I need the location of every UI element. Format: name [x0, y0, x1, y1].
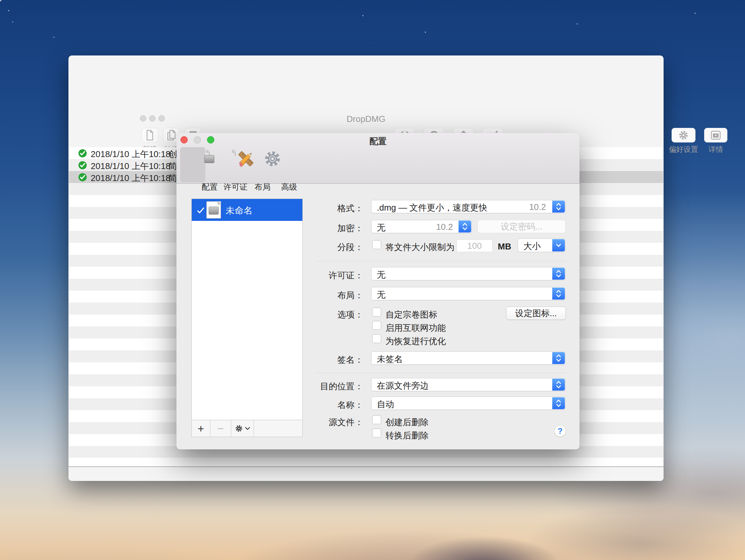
- layout-popup[interactable]: 无: [371, 287, 565, 300]
- tab-label: 高级: [272, 182, 306, 192]
- stepper-cap: [552, 352, 565, 364]
- segments-label: 分段：: [271, 241, 363, 253]
- license-value: 无: [377, 269, 385, 281]
- convert-documents-icon: [166, 130, 177, 141]
- delete-after-create-checkbox[interactable]: [372, 415, 381, 424]
- internet-enable-checkbox-label[interactable]: 启用互联网功能: [385, 322, 446, 334]
- chevron-up-down-icon: [462, 222, 468, 231]
- chevron-up-down-icon: [556, 269, 561, 278]
- log-time: 2018/1/10 上午10:18: [91, 172, 170, 184]
- custom-icon-checkbox-label[interactable]: 自定宗卷图标: [385, 309, 437, 321]
- chevron-up-down-icon: [556, 399, 561, 408]
- configuration-dialog: 配置 配置 许可证: [176, 133, 580, 450]
- disk-image-doc-icon: [206, 201, 221, 219]
- set-icon-button[interactable]: 设定图标...: [506, 306, 566, 320]
- delete-after-convert-checkbox[interactable]: [372, 428, 381, 437]
- encryption-version: 10.2: [436, 222, 453, 232]
- remove-profile-button[interactable]: −: [210, 420, 231, 437]
- destination-label: 目的位置：: [271, 381, 363, 392]
- segment-mode-value: 大小: [523, 240, 541, 252]
- plus-icon: +: [198, 422, 204, 435]
- details-window-icon: [710, 130, 721, 140]
- set-password-button[interactable]: 设定密码...: [478, 220, 565, 233]
- status-footer: [68, 467, 663, 481]
- log-text-fragment: 简: [168, 172, 177, 184]
- log-time: 2018/1/10 上午10:18: [91, 149, 170, 160]
- stepper-cap: [552, 378, 565, 391]
- segment-mode-popup[interactable]: 大小: [518, 238, 565, 252]
- section-divider: [316, 261, 566, 261]
- profile-actions-button[interactable]: [231, 420, 254, 437]
- signing-value: 未签名: [377, 353, 403, 365]
- encryption-popup[interactable]: 无 10.2: [371, 220, 472, 233]
- preferences-label: 偏好设置: [669, 144, 698, 155]
- license-popup[interactable]: 无: [371, 267, 565, 280]
- optimize-restore-checkbox-label[interactable]: 为恢复进行优化: [385, 335, 446, 347]
- help-glyph: ?: [558, 426, 562, 436]
- ruler-pencil-icon: [237, 150, 255, 168]
- log-text-fragment: 简: [168, 160, 177, 172]
- encryption-label: 加密：: [271, 223, 363, 234]
- format-version: 10.2: [529, 202, 546, 212]
- new-button[interactable]: [141, 128, 158, 142]
- chevron-up-down-icon: [556, 202, 561, 211]
- license-label: 许可证：: [271, 270, 363, 281]
- gear-icon: [235, 425, 243, 432]
- desktop: DropDMG 新建 转换 空白: [0, 0, 745, 560]
- stepper-cap: [552, 397, 565, 409]
- stepper-cap: [552, 268, 565, 280]
- delete-after-convert-label[interactable]: 转换后删除: [385, 430, 429, 441]
- chevron-down-icon: [556, 243, 561, 248]
- format-popup[interactable]: .dmg — 文件更小，速度更快 10.2: [371, 200, 565, 213]
- destination-popup[interactable]: 在源文件旁边: [371, 378, 565, 391]
- chevron-down-icon: [245, 426, 250, 430]
- source-label: 源文件：: [271, 417, 363, 428]
- format-value: .dmg — 文件更小，速度更快: [377, 202, 487, 213]
- success-check-icon: [78, 161, 87, 170]
- success-check-icon: [78, 173, 87, 182]
- name-popup[interactable]: 自动: [371, 397, 565, 410]
- profile-name: 未命名: [226, 205, 253, 217]
- optimize-restore-checkbox[interactable]: [372, 334, 381, 343]
- details-button[interactable]: [704, 128, 727, 142]
- stepper-cap: [459, 221, 471, 232]
- delete-after-create-label[interactable]: 创建后删除: [385, 417, 429, 428]
- dialog-help-button[interactable]: ?: [554, 425, 566, 437]
- gear-icon: [678, 130, 689, 140]
- success-check-icon: [78, 149, 87, 158]
- list-bottom-band: [69, 458, 663, 466]
- chevron-up-down-icon: [556, 289, 561, 298]
- stepper-cap: [552, 288, 565, 300]
- details-label: 详情: [704, 144, 727, 155]
- minus-icon: −: [217, 422, 224, 435]
- limit-size-checkbox[interactable]: [372, 240, 381, 249]
- destination-value: 在源文件旁边: [377, 380, 429, 392]
- signing-label: 签名：: [271, 354, 363, 366]
- add-profile-button[interactable]: +: [192, 420, 210, 437]
- encryption-value: 无: [377, 222, 385, 233]
- name-label: 名称：: [271, 399, 363, 411]
- new-document-icon: [145, 130, 155, 141]
- chevron-up-down-icon: [556, 380, 561, 389]
- segment-size-field[interactable]: 100: [457, 239, 492, 252]
- format-label: 格式：: [271, 203, 363, 214]
- log-time: 2018/1/10 上午10:18: [91, 160, 170, 172]
- wallpaper-stars: [0, 0, 1, 1]
- name-value: 自动: [377, 399, 394, 410]
- tab-license[interactable]: 许可证: [202, 147, 235, 153]
- window-title: DropDMG: [68, 114, 663, 124]
- signing-popup[interactable]: 未签名: [371, 352, 565, 365]
- stepper-cap: [552, 201, 565, 212]
- chevron-up-down-icon: [556, 353, 561, 363]
- custom-icon-checkbox[interactable]: [372, 307, 381, 317]
- limit-size-checkbox-label[interactable]: 将文件大小限制为: [385, 241, 455, 253]
- section-divider: [316, 373, 566, 373]
- options-label: 选项：: [271, 309, 363, 321]
- mb-unit-label: MB: [498, 241, 511, 252]
- advanced-gear-icon: [263, 150, 282, 168]
- layout-label: 布局：: [271, 290, 363, 301]
- internet-enable-checkbox[interactable]: [372, 321, 381, 330]
- selected-check-icon: [196, 206, 205, 215]
- preferences-button[interactable]: [672, 128, 695, 142]
- dialog-title: 配置: [176, 135, 580, 147]
